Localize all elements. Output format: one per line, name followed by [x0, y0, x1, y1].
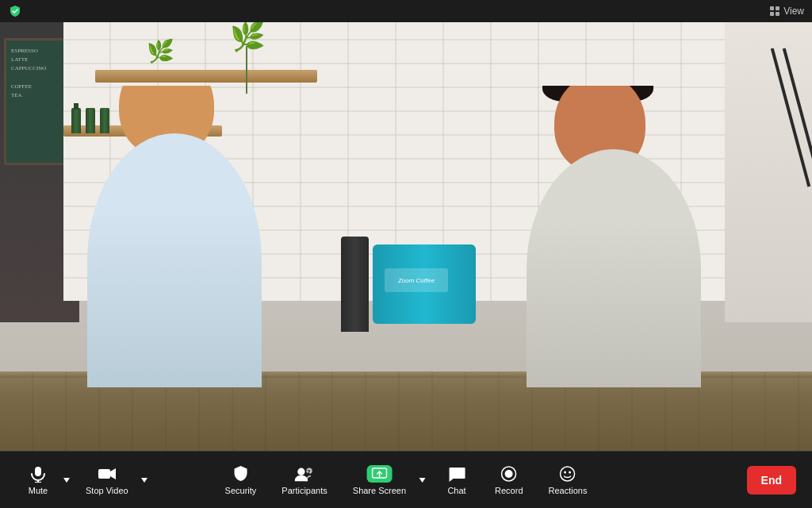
svg-point-17 — [569, 471, 571, 474]
mute-arrow[interactable] — [60, 473, 73, 487]
shelf-top — [95, 70, 317, 83]
person-right — [511, 86, 717, 387]
plant-1 — [143, 38, 182, 78]
chalkboard: ESPRESSOLATTECAPPUCCINOCOFFEETEA — [4, 38, 71, 165]
svg-rect-4 — [35, 467, 41, 476]
record-icon — [500, 464, 519, 483]
person-left-body — [87, 133, 262, 387]
shield-icon — [8, 4, 22, 18]
chalkboard-text: ESPRESSOLATTECAPPUCCINOCOFFEETEA — [11, 47, 46, 100]
right-wall — [725, 22, 812, 322]
chat-button[interactable]: Chat — [435, 460, 479, 500]
svg-text:2: 2 — [308, 468, 311, 475]
share-screen-label: Share Screen — [353, 486, 406, 495]
security-label: Security — [225, 486, 257, 495]
svg-point-14 — [505, 470, 513, 478]
toolbar: Mute Stop Video — [0, 451, 812, 508]
participants-label: Participants — [282, 486, 327, 495]
coffee-machine-display: Zoom Coffee — [385, 268, 448, 292]
stop-video-button[interactable]: Stop Video — [76, 460, 138, 500]
svg-point-8 — [298, 468, 305, 475]
toolbar-center: Security 2 Participants — [216, 460, 597, 500]
hanging-plant: 🌿 — [230, 22, 266, 51]
chat-label: Chat — [447, 486, 465, 495]
mic-icon — [29, 464, 48, 483]
reactions-label: Reactions — [549, 486, 588, 495]
share-screen-icon — [370, 464, 389, 483]
security-button[interactable]: Security — [216, 460, 266, 500]
share-screen-button[interactable]: Share Screen — [343, 460, 416, 500]
video-icon — [98, 464, 117, 483]
svg-rect-3 — [776, 12, 779, 16]
stop-video-label: Stop Video — [86, 486, 128, 495]
coffee-machine: Zoom Coffee — [373, 244, 476, 324]
chat-icon — [447, 464, 466, 483]
svg-rect-2 — [770, 12, 774, 16]
stop-video-group: Stop Video — [76, 460, 151, 500]
person-right-body — [527, 149, 701, 387]
reactions-icon — [558, 464, 577, 483]
staircase — [741, 46, 812, 205]
grinder — [341, 237, 369, 332]
svg-rect-1 — [776, 6, 779, 10]
view-button[interactable]: View — [769, 6, 804, 17]
video-arrow[interactable] — [138, 473, 151, 487]
participants-icon: 2 — [295, 464, 314, 483]
participants-button[interactable]: 2 Participants — [272, 460, 336, 500]
security-icon — [231, 464, 250, 483]
mute-button[interactable]: Mute — [16, 460, 60, 500]
mute-group: Mute — [16, 460, 73, 500]
svg-point-15 — [561, 467, 575, 481]
record-label: Record — [495, 486, 523, 495]
reactions-button[interactable]: Reactions — [539, 460, 597, 500]
end-button[interactable]: End — [747, 466, 796, 495]
toolbar-left: Mute Stop Video — [16, 460, 151, 500]
svg-point-16 — [564, 471, 566, 474]
view-label: View — [783, 6, 804, 17]
stair-rail-1 — [783, 48, 812, 187]
svg-rect-0 — [770, 6, 774, 10]
top-bar: View — [0, 0, 812, 22]
mute-label: Mute — [29, 486, 48, 495]
toolbar-right: End — [747, 466, 796, 495]
record-button[interactable]: Record — [485, 460, 532, 500]
share-arrow[interactable] — [416, 473, 428, 487]
video-background: ESPRESSOLATTECAPPUCCINOCOFFEETEA 🌿 Zoom … — [0, 22, 812, 451]
person-left — [63, 86, 285, 387]
svg-rect-7 — [98, 469, 110, 479]
share-screen-group: Share Screen — [343, 460, 428, 500]
top-bar-left — [8, 4, 22, 18]
video-area: ESPRESSOLATTECAPPUCCINOCOFFEETEA 🌿 Zoom … — [0, 22, 812, 451]
